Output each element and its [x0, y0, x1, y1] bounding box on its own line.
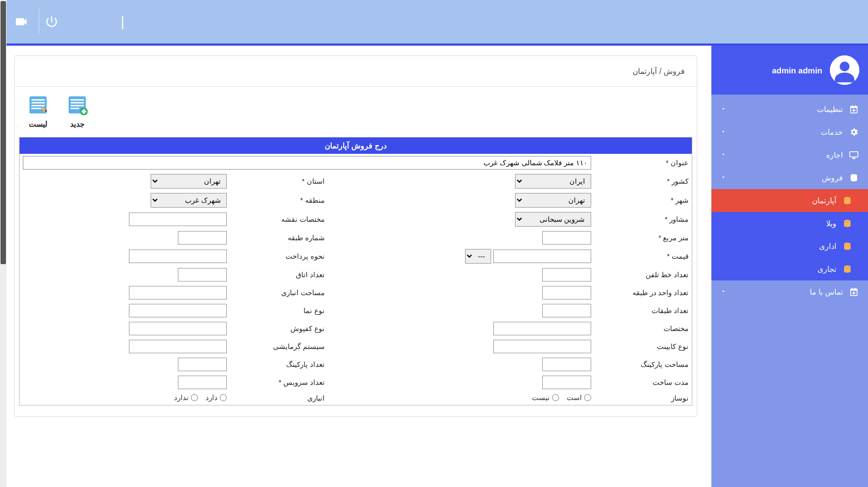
action-new[interactable]: جدید — [66, 93, 89, 128]
input-payment[interactable] — [129, 249, 227, 263]
breadcrumb: فروش / آپارتمان — [15, 56, 697, 87]
database-icon — [842, 264, 852, 274]
input-rooms[interactable] — [178, 268, 227, 282]
nav-sell-sub: آپارتمان ویلا اداری تجاری — [711, 189, 868, 280]
caret-down-icon — [720, 174, 727, 180]
nav-sell[interactable]: فروش — [711, 166, 868, 189]
nav-settings[interactable]: تنظیمات — [711, 98, 868, 121]
input-title[interactable] — [23, 156, 591, 170]
label-cabinet: نوع کابینت — [594, 338, 692, 355]
label-storage-radio: انباری — [230, 391, 328, 405]
nav-sell-apartment[interactable]: آپارتمان — [711, 189, 868, 212]
input-storage-area[interactable] — [129, 286, 227, 299]
nav-services[interactable]: خدمات — [711, 121, 868, 143]
caret-down-icon — [720, 105, 727, 112]
nav-label: اجاره — [732, 151, 843, 159]
radio-storage: دارد ندارد — [174, 394, 227, 402]
input-parking-area[interactable] — [542, 358, 591, 371]
label-heating: سیستم گرمایشی — [230, 338, 328, 355]
input-heating[interactable] — [129, 340, 227, 353]
power-icon — [45, 15, 59, 29]
nav-sell-office[interactable]: اداری — [711, 235, 868, 258]
input-floors[interactable] — [542, 304, 591, 317]
svg-rect-14 — [71, 102, 84, 104]
label-consultant: مشاور * — [594, 210, 692, 229]
svg-rect-13 — [71, 99, 84, 101]
svg-point-5 — [844, 242, 851, 245]
svg-point-3 — [844, 197, 851, 199]
scrollbar-thumb[interactable] — [1, 1, 6, 264]
database-icon — [842, 241, 852, 251]
input-specs[interactable] — [493, 322, 591, 335]
radio-newbuild-no[interactable] — [552, 394, 559, 401]
svg-rect-10 — [32, 105, 45, 107]
video-icon — [14, 15, 28, 29]
svg-point-4 — [844, 220, 851, 222]
avatar — [830, 55, 859, 85]
input-flooring[interactable] — [129, 322, 227, 335]
caret-down-icon — [720, 288, 727, 295]
select-province[interactable]: تهران — [151, 174, 227, 189]
select-consultant[interactable]: شروین سبحانی — [515, 212, 591, 227]
form-table: درج فروش آپارتمان عنوان * کشور * ایران ا… — [19, 137, 692, 405]
input-cabinet[interactable] — [493, 340, 591, 353]
database-icon — [842, 196, 852, 205]
action-list[interactable]: لیست — [27, 93, 49, 128]
label-city: شهر * — [594, 191, 692, 210]
svg-rect-15 — [71, 105, 84, 107]
label-floors: تعداد طبقات — [594, 302, 692, 320]
nav-label: فروش — [732, 173, 843, 182]
label-units-per-floor: تعداد واحد در طبقه — [594, 284, 692, 302]
action-label: جدید — [70, 120, 85, 128]
nav-label: اداری — [720, 242, 836, 251]
radio-storage-no[interactable] — [191, 394, 198, 401]
label-flooring: نوع کفپوش — [230, 320, 328, 338]
svg-point-1 — [840, 61, 850, 71]
label-mapcoord: مختصات نقشه — [230, 210, 328, 229]
svg-point-6 — [844, 265, 851, 268]
label-title: عنوان * — [594, 154, 692, 172]
label-phonelines: تعداد خط تلفن — [594, 266, 692, 284]
select-country[interactable]: ایران — [515, 174, 591, 189]
input-price[interactable] — [493, 249, 591, 263]
scrollbar[interactable] — [0, 0, 7, 487]
sidebar-header: admin admin — [711, 46, 868, 95]
select-region[interactable]: شهرک غرب — [151, 193, 227, 208]
calendar-plus-icon — [849, 287, 859, 297]
form-wrap: درج فروش آپارتمان عنوان * کشور * ایران ا… — [15, 134, 697, 416]
form-header: درج فروش آپارتمان — [20, 138, 692, 154]
input-parking-count[interactable] — [178, 358, 227, 371]
input-phonelines[interactable] — [542, 268, 591, 282]
video-button[interactable] — [8, 9, 34, 35]
power-button[interactable] — [39, 9, 65, 35]
sidebar: admin admin تنظیمات خدمات اجاره فروش — [711, 46, 868, 487]
nav-label: تماس با ما — [732, 288, 843, 296]
input-build-year[interactable] — [542, 376, 591, 389]
database-icon — [842, 218, 852, 228]
input-facade[interactable] — [129, 304, 227, 317]
nav-sell-commercial[interactable]: تجاری — [711, 258, 868, 280]
label-build-year: مدت ساخت — [594, 373, 692, 391]
label-price: قیمت * — [594, 247, 692, 266]
input-floor-no[interactable] — [178, 231, 227, 245]
nav-contact[interactable]: تماس با ما — [711, 280, 868, 303]
monitor-icon — [849, 150, 859, 160]
action-label: لیست — [29, 120, 47, 128]
label-facade: نوع نما — [230, 302, 328, 320]
nav-label: خدمات — [732, 128, 843, 136]
select-city[interactable]: تهران — [515, 193, 591, 208]
svg-rect-11 — [32, 108, 41, 109]
database-icon — [849, 173, 859, 183]
nav-sell-villa[interactable]: ویلا — [711, 212, 868, 235]
input-mapcoord[interactable] — [129, 213, 227, 226]
svg-rect-19 — [82, 111, 86, 113]
input-service-count[interactable] — [178, 376, 227, 389]
input-sqm[interactable] — [542, 231, 591, 245]
radio-storage-yes[interactable] — [220, 394, 227, 401]
topbar: | — [0, 0, 868, 43]
radio-newbuild-yes[interactable] — [584, 394, 591, 401]
nav-rent[interactable]: اجاره — [711, 143, 868, 166]
select-price-unit[interactable]: ----- — [465, 249, 491, 264]
card: فروش / آپارتمان لیست — [14, 55, 697, 417]
input-units-per-floor[interactable] — [542, 286, 591, 299]
